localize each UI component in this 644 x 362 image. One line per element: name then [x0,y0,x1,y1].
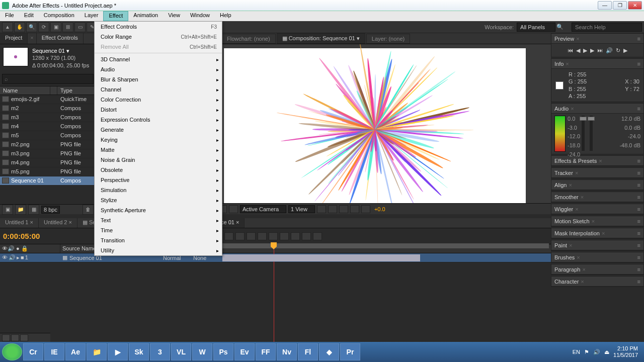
timeline-tab[interactable]: Untitled 2 × [39,218,77,228]
project-item[interactable]: m4.pngPNG file [0,158,96,167]
menu-item-keying[interactable]: Keying▸ [95,135,222,145]
menu-item-distort[interactable]: Distort▸ [95,105,222,115]
tl-tool-button[interactable] [258,232,267,240]
menu-item-utility[interactable]: Utility▸ [95,245,222,255]
panel-menu-icon[interactable]: ≡ [637,218,640,224]
bit-depth-button[interactable]: 8 bpc [41,206,60,214]
project-search-input[interactable]: ⌕ [2,74,94,84]
close-icon[interactable]: × [582,266,585,273]
name-column-header[interactable]: Name [0,86,50,95]
workspace-dropdown[interactable]: All Panels [517,23,555,32]
menu-item-obsolete[interactable]: Obsolete▸ [95,165,222,175]
audio-slider-left[interactable] [582,116,585,151]
clock-time[interactable]: 2:10 PM [613,345,638,352]
project-item[interactable]: m5.pngPNG file [0,167,96,176]
toggle-switch[interactable] [2,334,10,341]
project-item[interactable]: m3Compos [0,113,96,122]
panel-menu-icon[interactable]: ≡ [637,254,640,260]
menu-item-matte[interactable]: Matte▸ [95,145,222,155]
taskbar-app-icon[interactable]: Cr [23,343,43,360]
toggle-switch[interactable] [20,334,28,341]
close-icon[interactable]: × [602,230,605,236]
audio-slider-right[interactable] [590,116,593,151]
project-item[interactable]: m3.pngPNG file [0,149,96,158]
menu-file[interactable]: File [0,11,19,21]
taskbar-app-icon[interactable]: VL [171,343,191,360]
menu-animation[interactable]: Animation [128,11,163,21]
play-button[interactable]: ▶ [583,47,587,54]
menu-effect[interactable]: Effect [103,11,128,21]
close-icon[interactable]: × [575,206,578,212]
comp-tab[interactable]: Layer: (none) [366,34,410,44]
panel-menu-icon[interactable]: ≡ [637,182,640,188]
taskbar-app-icon[interactable]: 📁 [87,343,107,360]
taskbar-app-icon[interactable]: Ae [65,343,86,360]
taskbar-app-icon[interactable]: W [192,343,212,360]
menu-item-color-range[interactable]: Color RangeCtrl+Alt+Shift+E [95,32,222,42]
tl-tool-button[interactable] [224,232,233,240]
new-comp-button[interactable]: ▦ [28,205,39,215]
loop-button[interactable]: ↻ [616,47,620,54]
camera-dropdown[interactable]: Active Camera [240,205,286,213]
language-indicator[interactable]: EN [573,349,580,355]
tray-icon[interactable]: 🔊 [593,349,600,355]
taskbar-app-icon[interactable]: Pr [340,343,360,360]
prev-frame-button[interactable]: ◀ [576,47,580,54]
camera-tool[interactable]: ▣ [50,22,61,32]
tl-tool-button[interactable] [291,232,300,240]
menu-window[interactable]: Window [185,11,215,21]
close-icon[interactable]: × [577,254,580,260]
project-item[interactable]: m4Compos [0,122,96,131]
maximize-button[interactable]: ❐ [613,1,627,10]
search-help-input[interactable]: Search Help [572,23,642,32]
ram-preview-button[interactable]: ▶ [623,47,627,54]
project-tab[interactable]: Project [0,33,28,44]
close-icon[interactable]: × [576,36,579,42]
menu-item-time[interactable]: Time▸ [95,225,222,235]
system-tray[interactable]: EN ⚑ 🔊 ⏏ 2:10 PM 11/5/2017 [569,345,642,358]
interpret-footage-button[interactable]: ▣ [2,205,13,215]
project-item[interactable]: emojis-2.gifQuickTime [0,95,96,104]
work-area-bar[interactable] [221,243,549,248]
menu-item-color-correction[interactable]: Color Correction▸ [95,95,222,105]
tl-tool-button[interactable] [235,232,245,240]
panel-menu-icon[interactable]: ≡ [637,194,640,200]
close-icon[interactable]: × [581,279,584,285]
taskbar-app-icon[interactable]: Sk [129,343,149,360]
menu-item-simulation[interactable]: Simulation▸ [95,185,222,195]
menu-edit[interactable]: Edit [19,11,39,21]
menu-item-transition[interactable]: Transition▸ [95,235,222,245]
close-icon[interactable]: × [569,242,572,248]
delete-button[interactable]: 🗑 [83,205,94,215]
taskbar-app-icon[interactable]: Fl [298,343,318,360]
panel-menu-icon[interactable]: ≡ [637,279,640,285]
clock-date[interactable]: 11/5/2017 [613,352,638,358]
rotate-tool[interactable]: ⟳ [38,22,49,32]
menu-view[interactable]: View [163,11,185,21]
project-item[interactable]: m2Compos [0,104,96,113]
toggle-switch[interactable] [11,334,19,341]
minimize-button[interactable]: — [598,1,612,10]
pixel-aspect-button[interactable] [317,205,326,213]
tl-tool-button[interactable] [247,232,256,240]
taskbar-app-icon[interactable]: Nv [277,343,297,360]
tl-tool-button[interactable] [280,232,289,240]
panel-menu-icon[interactable]: ≡ [637,36,640,42]
project-item[interactable]: m5Compos [0,131,96,140]
close-icon[interactable]: × [599,158,602,164]
close-icon[interactable]: × [566,61,569,67]
taskbar-app-icon[interactable]: ▶ [108,343,128,360]
comp-tab[interactable]: Flowchart: (none) [221,34,276,44]
mute-button[interactable]: 🔊 [606,47,613,54]
panel-menu-icon[interactable]: ≡ [637,206,640,212]
layer-duration-bar[interactable] [222,254,420,261]
panel-menu-icon[interactable]: ≡ [637,242,640,248]
timeline-tab[interactable]: Untitled 1 × [0,218,39,228]
first-frame-button[interactable]: ⏮ [568,47,573,53]
last-frame-button[interactable]: ⏭ [597,47,603,53]
exposure-value[interactable]: +0.0 [372,206,387,212]
menu-layer[interactable]: Layer [79,11,104,21]
fast-preview-button[interactable] [328,205,337,213]
tl-tool-button[interactable] [313,232,322,240]
panel-menu-icon[interactable]: ≡ [637,170,640,176]
